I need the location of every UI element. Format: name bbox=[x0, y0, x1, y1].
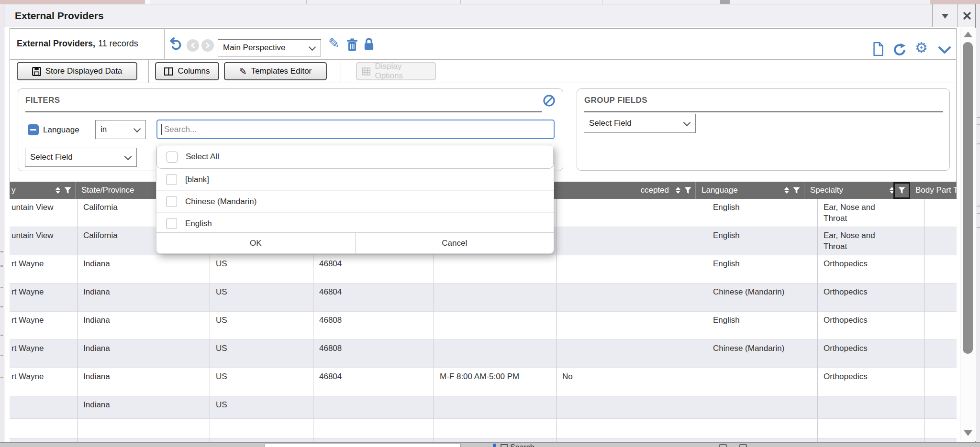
table-cell bbox=[818, 396, 925, 419]
columns-button[interactable]: Columns bbox=[155, 62, 219, 80]
table-cell bbox=[707, 396, 818, 419]
table-cell: Ear, Nose and Throat bbox=[818, 199, 925, 227]
table-cell: Orthopedics bbox=[818, 312, 925, 340]
cancel-button[interactable]: Cancel bbox=[356, 233, 554, 253]
table-row[interactable] bbox=[10, 439, 957, 442]
table-row[interactable]: rt WayneIndianaUS46808EnglishOrthopedics bbox=[10, 312, 957, 340]
filter-icon[interactable] bbox=[793, 187, 800, 194]
group-fields-panel: GROUP FIELDS Select Field bbox=[577, 88, 950, 171]
popup-footer: OK Cancel bbox=[156, 232, 554, 253]
ok-button[interactable]: OK bbox=[156, 233, 356, 253]
scroll-down-icon[interactable] bbox=[964, 430, 972, 436]
perspective-select-value: Main Perspective bbox=[223, 43, 306, 53]
checkbox-icon[interactable] bbox=[167, 152, 178, 163]
remove-filter-button[interactable] bbox=[28, 124, 39, 135]
column-header[interactable]: Body Part Treated bbox=[910, 182, 957, 199]
table-cell bbox=[925, 340, 957, 368]
edit-perspective-button[interactable]: ✎ bbox=[328, 35, 339, 51]
table-cell: M-F 8:00 AM-5:00 PM bbox=[434, 368, 557, 396]
filter-icon[interactable] bbox=[64, 187, 71, 194]
filter-icon[interactable] bbox=[898, 187, 905, 194]
table-row[interactable]: rt WayneIndianaUS46804EnglishOrthopedics bbox=[10, 255, 957, 283]
close-icon bbox=[963, 11, 971, 20]
filter-option-label: English bbox=[185, 219, 212, 229]
table-cell bbox=[557, 312, 707, 340]
clear-filters-icon bbox=[543, 94, 556, 107]
scrollbar-thumb[interactable] bbox=[963, 42, 973, 354]
settings-button[interactable]: ⚙ bbox=[915, 39, 928, 56]
column-header-label: Language bbox=[702, 185, 738, 195]
checkbox-icon[interactable] bbox=[166, 196, 177, 207]
delete-perspective-button[interactable] bbox=[346, 38, 358, 54]
find-bar-option-icon[interactable] bbox=[719, 444, 727, 447]
sort-icon[interactable] bbox=[56, 187, 60, 194]
table-cell bbox=[925, 419, 957, 439]
checkbox-icon[interactable] bbox=[166, 174, 177, 185]
filter-option[interactable]: English bbox=[156, 212, 554, 234]
table-row[interactable]: rt WayneIndianaUS46808Chinese (Mandarin)… bbox=[10, 340, 957, 368]
filter-option-label: Chinese (Mandarin) bbox=[185, 197, 256, 207]
collapse-panel-button[interactable] bbox=[938, 46, 951, 56]
table-cell: No bbox=[557, 368, 707, 396]
sort-icon[interactable] bbox=[676, 187, 680, 194]
templates-editor-button[interactable]: ✎ Templates Editor bbox=[224, 62, 327, 80]
table-row[interactable] bbox=[10, 419, 957, 439]
table-cell: Indiana bbox=[78, 283, 210, 312]
filter-operator-select[interactable]: in bbox=[95, 120, 146, 139]
column-header[interactable]: Language bbox=[696, 182, 804, 199]
find-bar-label: Search bbox=[510, 443, 535, 447]
lock-perspective-button[interactable] bbox=[363, 37, 375, 54]
dialog-titlebar: External Providers bbox=[4, 4, 975, 27]
table-cell: untain View bbox=[10, 199, 78, 227]
record-summary-title: External Providers, bbox=[17, 39, 95, 49]
chevron-down-icon bbox=[124, 153, 132, 160]
table-cell bbox=[210, 439, 313, 442]
table-row[interactable]: rt WayneIndianaUS46804Chinese (Mandarin)… bbox=[10, 283, 957, 312]
find-bar-input[interactable] bbox=[265, 444, 461, 447]
perspective-select[interactable]: Main Perspective bbox=[218, 39, 321, 56]
table-cell: Ear, Nose and Throat bbox=[818, 227, 925, 255]
table-cell bbox=[434, 255, 557, 283]
refresh-button[interactable] bbox=[893, 43, 906, 58]
add-group-field-select[interactable]: Select Field bbox=[584, 114, 696, 133]
table-cell bbox=[557, 199, 707, 227]
checkbox-icon[interactable] bbox=[166, 218, 177, 229]
dialog-close-button[interactable] bbox=[957, 4, 976, 27]
filter-option[interactable]: Chinese (Mandarin) bbox=[156, 190, 554, 212]
filter-icon[interactable] bbox=[684, 187, 691, 194]
nav-back-button[interactable] bbox=[187, 39, 199, 52]
table-row[interactable]: IndianaUS bbox=[10, 396, 957, 419]
table-cell bbox=[434, 340, 557, 368]
templates-editor-label: Templates Editor bbox=[251, 66, 312, 76]
store-displayed-data-button[interactable]: Store Displayed Data bbox=[17, 62, 137, 80]
table-cell: Indiana bbox=[78, 255, 210, 283]
sort-icon[interactable] bbox=[890, 187, 894, 194]
table-cell bbox=[434, 419, 557, 439]
undo-button[interactable] bbox=[168, 36, 183, 53]
scroll-up-icon[interactable] bbox=[964, 32, 972, 37]
filter-operator-value: in bbox=[100, 125, 131, 134]
table-cell: 46804 bbox=[313, 368, 434, 396]
column-header[interactable]: ccepted bbox=[547, 182, 696, 199]
filter-option[interactable]: Select All bbox=[156, 145, 554, 169]
table-cell bbox=[557, 396, 707, 419]
column-header-label: Specialty bbox=[810, 185, 843, 195]
group-fields-heading: GROUP FIELDS bbox=[584, 96, 647, 105]
dialog-collapse-button[interactable] bbox=[932, 4, 958, 27]
filter-search-input[interactable] bbox=[157, 120, 554, 138]
sort-icon[interactable] bbox=[784, 187, 789, 194]
background-page-left bbox=[0, 4, 4, 442]
find-bar-option-icon[interactable] bbox=[739, 444, 747, 447]
new-document-button[interactable] bbox=[873, 42, 884, 58]
table-row[interactable]: rt WayneIndianaUS46804M-F 8:00 AM-5:00 P… bbox=[10, 368, 957, 396]
add-filter-field-select[interactable]: Select Field bbox=[25, 148, 137, 167]
column-header[interactable]: Specialty bbox=[804, 182, 910, 199]
filter-search-box bbox=[156, 120, 555, 139]
nav-forward-button[interactable] bbox=[201, 39, 214, 52]
display-options-label: Display Options bbox=[375, 62, 430, 81]
clear-filters-button[interactable] bbox=[543, 94, 556, 109]
filter-option[interactable]: [blank] bbox=[156, 169, 554, 190]
table-cell: Indiana bbox=[78, 312, 210, 340]
column-header[interactable]: y bbox=[10, 182, 76, 199]
divider bbox=[25, 111, 542, 112]
